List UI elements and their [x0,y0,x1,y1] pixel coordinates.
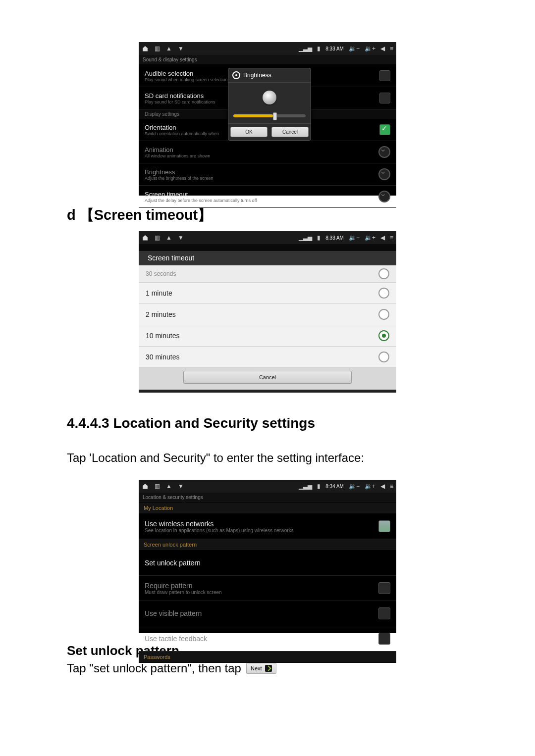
row-use-tactile-feedback[interactable]: Use tactile feedback [139,626,396,652]
vol-down-icon[interactable]: 🔉− [349,234,360,241]
menu-icon[interactable]: ≡ [390,234,393,241]
body-text: Tap "set unlock pattern", then tap [67,661,241,675]
vol-up-icon[interactable]: 🔉+ [365,483,375,490]
row-require-pattern[interactable]: Require pattern Must draw pattern to unl… [139,576,396,601]
row-sub: Play sound when making screen selection [145,77,228,82]
row-brightness[interactable]: Brightness Adjust the brightness of the … [139,163,396,186]
wifi-icon: ▁▃▅ [299,45,312,52]
next-label: Next [251,665,262,671]
row-sub: Play sound for SD card notifications [145,100,215,104]
checkbox[interactable] [378,582,390,594]
menu-icon[interactable]: ≡ [390,483,393,490]
vol-down-icon[interactable]: 🔉− [349,483,360,490]
checkbox[interactable] [379,70,390,81]
widget-icon[interactable]: ▥ [155,483,160,490]
row-title: Audible selection [145,70,228,77]
option-label: 10 minutes [146,332,179,340]
status-bar: ▥ ▲ ▼ ▁▃▅ ▮ 8:34 AM 🔉− 🔉+ ◀ ≡ [139,480,396,493]
up-icon[interactable]: ▲ [166,234,172,241]
brightness-icon [232,71,240,79]
radio[interactable] [378,352,389,362]
row-title: Animation [145,146,211,153]
back-icon[interactable]: ◀ [380,234,385,241]
row-sub: Must draw pattern to unlock screen [145,590,222,595]
vol-down-icon[interactable]: 🔉− [349,45,360,52]
brightness-knob-area [228,83,311,112]
status-time: 8:34 AM [325,484,344,489]
radio[interactable] [378,309,389,320]
down-icon[interactable]: ▼ [178,45,184,52]
checkbox-checked[interactable] [379,124,390,135]
dialog-title-bar: Screen timeout [139,251,396,265]
more-icon[interactable] [378,146,390,158]
option-30-seconds[interactable]: 30 seconds [139,265,396,283]
radio[interactable] [378,268,389,279]
option-10-minutes[interactable]: 10 minutes [139,325,396,347]
row-title: Orientation [145,124,219,131]
row-sub: All window animations are shown [145,153,211,158]
option-1-minute[interactable]: 1 minute [139,283,396,304]
dialog-title: Brightness [243,72,271,79]
home-icon[interactable] [142,483,149,490]
home-icon[interactable] [142,45,149,52]
wifi-icon: ▁▃▅ [299,234,312,241]
dialog-title: Screen timeout [148,254,194,262]
option-label: 2 minutes [146,310,176,318]
radio[interactable] [378,288,389,299]
row-title: Use wireless networks [145,520,294,528]
radio-selected[interactable] [378,330,389,341]
row-sub: See location in applications (such as Ma… [145,528,294,533]
slider-thumb[interactable] [273,112,277,120]
option-2-minutes[interactable]: 2 minutes [139,304,396,325]
screenshot-location-security: ▥ ▲ ▼ ▁▃▅ ▮ 8:34 AM 🔉− 🔉+ ◀ ≡ Location &… [139,480,396,633]
option-30-minutes[interactable]: 30 minutes [139,347,396,368]
checkbox[interactable] [378,633,390,645]
next-button[interactable]: Next [246,663,276,674]
screenshot-brightness-dialog: ▥ ▲ ▼ ▁▃▅ ▮ 8:33 AM 🔉− 🔉+ ◀ ≡ Sound & di… [139,42,396,196]
cancel-button[interactable]: Cancel [271,127,309,137]
ok-button[interactable]: OK [230,127,268,137]
more-icon[interactable] [378,191,390,202]
screenshot-screen-timeout-dialog: ▥ ▲ ▼ ▁▃▅ ▮ 8:33 AM 🔉− 🔉+ ◀ ≡ Screen tim… [139,231,396,381]
checkbox[interactable] [378,607,390,619]
row-use-wireless-networks[interactable]: Use wireless networks See location in ap… [139,514,396,539]
status-bar: ▥ ▲ ▼ ▁▃▅ ▮ 8:33 AM 🔉− 🔉+ ◀ ≡ [139,42,396,55]
up-icon[interactable]: ▲ [166,483,172,490]
back-icon[interactable]: ◀ [380,483,385,490]
row-sub: Adjust the delay before the screen autom… [145,198,257,203]
home-icon[interactable] [142,234,149,241]
menu-icon[interactable]: ≡ [390,45,393,52]
down-icon[interactable]: ▼ [178,234,184,241]
row-title: Use visible pattern [145,609,202,617]
widget-icon[interactable]: ▥ [155,234,160,241]
brightness-knob-icon [263,91,276,104]
row-title: Screen timeout [145,191,257,198]
option-label: 30 minutes [146,353,179,361]
down-icon[interactable]: ▼ [178,483,184,490]
brightness-slider[interactable] [228,112,311,123]
up-icon[interactable]: ▲ [166,45,172,52]
battery-icon: ▮ [317,45,321,52]
row-use-visible-pattern[interactable]: Use visible pattern [139,601,396,626]
row-animation[interactable]: Animation All window animations are show… [139,141,396,163]
wifi-icon: ▁▃▅ [299,483,312,490]
widget-icon[interactable]: ▥ [155,45,160,52]
breadcrumb: Sound & display settings [139,55,396,65]
vol-up-icon[interactable]: 🔉+ [365,234,375,241]
row-title: Use tactile feedback [145,635,207,643]
row-set-unlock-pattern[interactable]: Set unlock pattern [139,551,396,576]
battery-icon: ▮ [317,234,321,241]
row-screen-timeout[interactable]: Screen timeout Adjust the delay before t… [139,186,396,208]
more-icon[interactable] [378,168,390,180]
row-sub: Adjust the brightness of the screen [145,176,214,181]
checkbox[interactable] [379,93,390,103]
checkbox[interactable] [378,520,390,532]
back-icon[interactable]: ◀ [380,45,385,52]
status-time: 8:33 AM [325,46,344,51]
row-title: Set unlock pattern [145,559,201,567]
breadcrumb [139,244,396,251]
cancel-button[interactable]: Cancel [183,371,352,384]
option-label: 1 minute [146,289,172,297]
vol-up-icon[interactable]: 🔉+ [365,45,375,52]
row-title: Brightness [145,168,214,176]
